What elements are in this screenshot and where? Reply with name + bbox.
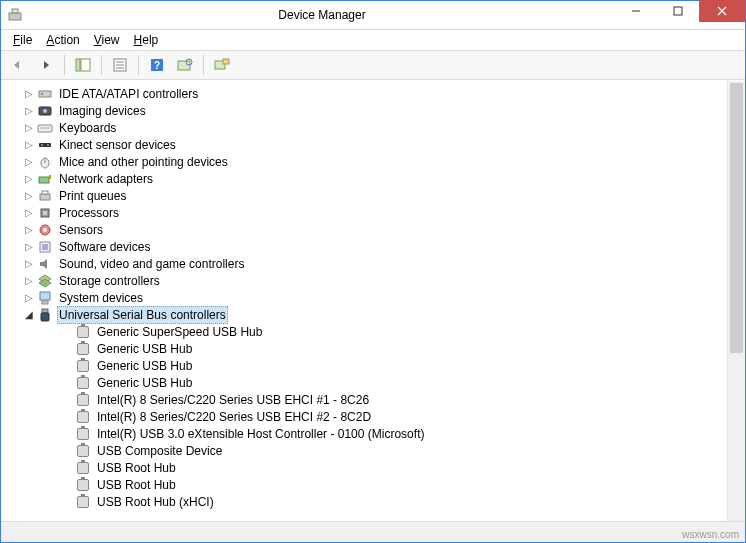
maximize-button[interactable] <box>657 0 699 22</box>
usb-device-icon <box>75 477 91 493</box>
tree-category[interactable]: ▷Imaging devices <box>23 102 727 119</box>
separator <box>64 55 65 75</box>
category-label: Storage controllers <box>57 273 162 289</box>
category-label: Network adapters <box>57 171 155 187</box>
svg-rect-0 <box>9 13 21 20</box>
usb-device-icon <box>75 443 91 459</box>
usb-device-icon <box>75 375 91 391</box>
expand-icon[interactable]: ▷ <box>23 292 35 304</box>
menu-help[interactable]: Help <box>128 32 165 48</box>
tree-device[interactable]: USB Root Hub <box>61 459 727 476</box>
sound-icon <box>37 256 53 272</box>
tree-device[interactable]: USB Composite Device <box>61 442 727 459</box>
menu-view[interactable]: View <box>88 32 126 48</box>
device-label: Intel(R) 8 Series/C220 Series USB EHCI #… <box>95 392 371 408</box>
collapse-icon[interactable]: ◢ <box>23 309 35 321</box>
scroll-thumb[interactable] <box>730 83 743 353</box>
tree-category[interactable]: ▷Processors <box>23 204 727 221</box>
tree-category[interactable]: ▷System devices <box>23 289 727 306</box>
device-label: Generic USB Hub <box>95 358 194 374</box>
close-button[interactable] <box>699 0 745 22</box>
tree-device[interactable]: Intel(R) 8 Series/C220 Series USB EHCI #… <box>61 408 727 425</box>
expand-icon[interactable]: ▷ <box>23 156 35 168</box>
tree-device[interactable]: USB Root Hub <box>61 476 727 493</box>
svg-rect-1 <box>12 9 18 13</box>
tree-device[interactable]: Intel(R) 8 Series/C220 Series USB EHCI #… <box>61 391 727 408</box>
minimize-button[interactable] <box>615 0 657 22</box>
tree-device[interactable]: USB Root Hub (xHCI) <box>61 493 727 510</box>
keyboard-icon <box>37 120 53 136</box>
menu-action[interactable]: Action <box>40 32 85 48</box>
menu-file[interactable]: File <box>7 32 38 48</box>
expand-icon[interactable]: ▷ <box>23 122 35 134</box>
system-icon <box>37 290 53 306</box>
tree-category[interactable]: ▷Mice and other pointing devices <box>23 153 727 170</box>
tree-device[interactable]: Generic USB Hub <box>61 374 727 391</box>
svg-rect-34 <box>43 211 47 215</box>
svg-rect-39 <box>40 292 50 300</box>
tree-category[interactable]: ▷Storage controllers <box>23 272 727 289</box>
tree-category[interactable]: ▷Kinect sensor devices <box>23 136 727 153</box>
expand-icon[interactable]: ▷ <box>23 241 35 253</box>
expand-icon[interactable]: ▷ <box>23 224 35 236</box>
device-tree[interactable]: ▷IDE ATA/ATAPI controllers▷Imaging devic… <box>1 81 727 521</box>
tree-device[interactable]: Generic USB Hub <box>61 340 727 357</box>
forward-button[interactable] <box>33 53 59 77</box>
tree-category[interactable]: ▷Network adapters <box>23 170 727 187</box>
expand-icon[interactable]: ▷ <box>23 105 35 117</box>
tree-category[interactable]: ▷Print queues <box>23 187 727 204</box>
printer-icon <box>37 188 53 204</box>
category-label: Imaging devices <box>57 103 148 119</box>
svg-text:?: ? <box>154 60 160 71</box>
expand-icon[interactable]: ▷ <box>23 139 35 151</box>
category-label: Print queues <box>57 188 128 204</box>
tree-category-usb[interactable]: ◢Universal Serial Bus controllers <box>23 306 727 323</box>
device-label: USB Root Hub <box>95 460 178 476</box>
svg-rect-24 <box>39 143 51 147</box>
expand-icon[interactable]: ▷ <box>23 258 35 270</box>
imaging-icon <box>37 103 53 119</box>
svg-rect-38 <box>42 244 48 250</box>
category-label: Sensors <box>57 222 105 238</box>
separator <box>203 55 204 75</box>
devices-by-type-button[interactable] <box>209 53 235 77</box>
properties-button[interactable] <box>107 53 133 77</box>
tree-device[interactable]: Generic SuperSpeed USB Hub <box>61 323 727 340</box>
svg-rect-41 <box>42 309 48 313</box>
tree-category[interactable]: ▷Software devices <box>23 238 727 255</box>
svg-point-25 <box>41 144 43 146</box>
svg-rect-7 <box>81 59 90 71</box>
tree-category[interactable]: ▷IDE ATA/ATAPI controllers <box>23 85 727 102</box>
expand-icon[interactable]: ▷ <box>23 88 35 100</box>
tree-device[interactable]: Intel(R) USB 3.0 eXtensible Host Control… <box>61 425 727 442</box>
expand-icon[interactable]: ▷ <box>23 190 35 202</box>
back-button[interactable] <box>5 53 31 77</box>
ide-icon <box>37 86 53 102</box>
expand-icon[interactable]: ▷ <box>23 275 35 287</box>
category-label: Sound, video and game controllers <box>57 256 246 272</box>
scan-hardware-button[interactable] <box>172 53 198 77</box>
device-manager-window: Device Manager File Action View Help ? ▷… <box>0 0 746 543</box>
tree-device[interactable]: Generic USB Hub <box>61 357 727 374</box>
svg-rect-6 <box>76 59 80 71</box>
help-button[interactable]: ? <box>144 53 170 77</box>
tree-category[interactable]: ▷Sound, video and game controllers <box>23 255 727 272</box>
tree-category[interactable]: ▷Sensors <box>23 221 727 238</box>
category-label: Processors <box>57 205 121 221</box>
software-icon <box>37 239 53 255</box>
show-hide-tree-button[interactable] <box>70 53 96 77</box>
sensor-icon <box>37 222 53 238</box>
svg-rect-14 <box>178 61 190 70</box>
svg-rect-3 <box>674 7 682 15</box>
storage-icon <box>37 273 53 289</box>
vertical-scrollbar[interactable] <box>727 81 745 521</box>
svg-rect-42 <box>41 313 49 321</box>
app-icon <box>7 7 23 23</box>
tree-category[interactable]: ▷Keyboards <box>23 119 727 136</box>
svg-point-26 <box>47 144 49 146</box>
category-label: System devices <box>57 290 145 306</box>
expand-icon[interactable]: ▷ <box>23 173 35 185</box>
usb-device-icon <box>75 392 91 408</box>
expand-icon[interactable]: ▷ <box>23 207 35 219</box>
device-label: USB Root Hub <box>95 477 178 493</box>
